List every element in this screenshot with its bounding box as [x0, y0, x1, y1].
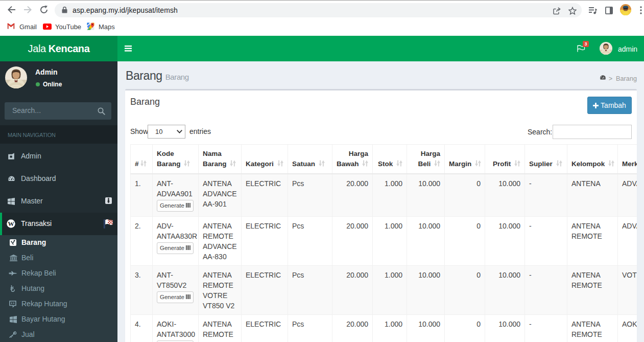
svg-text:W: W: [8, 220, 14, 227]
